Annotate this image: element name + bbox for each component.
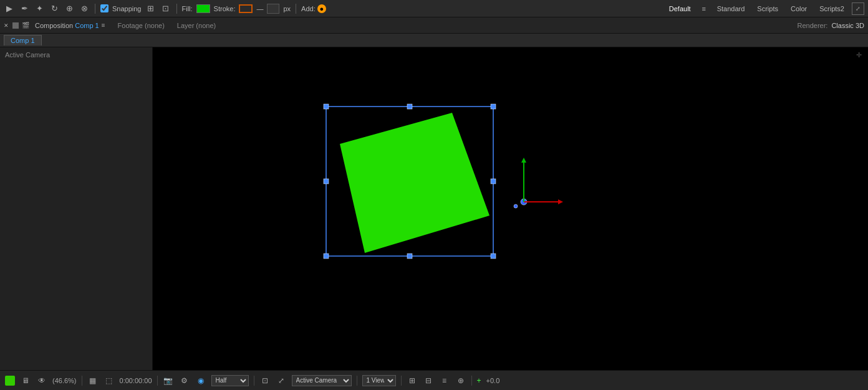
camera-dropdown[interactable]: Active Camera xyxy=(292,375,352,386)
green-shape[interactable] xyxy=(340,113,489,253)
renderer-value[interactable]: Classic 3D xyxy=(831,22,864,29)
bottom-icon-expand[interactable]: ⤢ xyxy=(276,375,287,386)
comp-tab-row: Comp 1 xyxy=(0,34,868,47)
active-camera-label: Active Camera xyxy=(0,47,152,62)
tool-rotate1[interactable]: ↻ xyxy=(49,3,60,14)
bottom-icon-fit[interactable]: ⊡ xyxy=(259,375,271,386)
axis-x-arrow xyxy=(558,199,563,204)
px-label: px xyxy=(283,5,291,12)
comp-menu-icon[interactable]: ≡ xyxy=(102,22,105,29)
tool-rotate2[interactable]: ⊕ xyxy=(64,3,75,14)
bottom-icon-color[interactable]: ◉ xyxy=(195,375,206,386)
sep-b6 xyxy=(471,376,472,386)
bottom-icon-eye[interactable]: 👁 xyxy=(36,375,47,386)
sep-b5 xyxy=(401,376,402,386)
bottom-icon-monitor[interactable]: 🖥 xyxy=(20,375,31,386)
bottom-toolbar: 🖥 👁 (46.6%) ▦ ⬚ 0:00:00:00 📷 ⚙ ◉ Half Fu… xyxy=(0,370,868,390)
nav-tab-standard[interactable]: Standard xyxy=(712,4,750,14)
sep-b4 xyxy=(357,376,357,386)
close-icon[interactable]: ✕ xyxy=(4,22,9,29)
sep-b2 xyxy=(157,376,158,386)
add-button[interactable]: Add: ● xyxy=(301,4,326,13)
bottom-icon-settings[interactable]: ⚙ xyxy=(179,375,190,386)
bottom-icon-grid[interactable]: ▦ xyxy=(87,375,99,386)
stroke-px-input[interactable] xyxy=(267,4,279,14)
nav-tab-scripts[interactable]: Scripts xyxy=(752,4,783,14)
handle-mr[interactable] xyxy=(491,179,496,184)
stroke-swatch[interactable] xyxy=(239,4,253,13)
sep3 xyxy=(296,4,296,14)
view-dropdown[interactable]: 1 View 2 Views 4 Views xyxy=(362,375,396,386)
renderer-label: Renderer: xyxy=(798,22,828,29)
nav-tab-default-menu[interactable]: ≡ xyxy=(698,3,710,14)
bottom-icon-camera-snap[interactable]: 📷 xyxy=(163,375,174,386)
fill-swatch[interactable] xyxy=(196,4,210,13)
stroke-dash: — xyxy=(256,5,263,12)
comp-icons: ✕ 🎬 xyxy=(4,21,30,30)
bottom-icon-grid2[interactable]: ⊞ xyxy=(407,375,418,386)
handle-bm[interactable] xyxy=(407,254,412,259)
comp-icon-camera: 🎬 xyxy=(21,21,30,30)
stroke-label: Stroke: xyxy=(214,5,236,12)
viewport[interactable]: ✛ xyxy=(153,47,868,370)
snapping-checkbox[interactable] xyxy=(100,4,109,12)
left-panel: Active Camera xyxy=(0,47,153,370)
handle-br[interactable] xyxy=(491,254,496,259)
comp-tab[interactable]: Comp 1 xyxy=(4,35,42,45)
tool-pen[interactable]: ✒ xyxy=(19,3,30,14)
handle-bl[interactable] xyxy=(324,254,329,259)
axis-z-dot xyxy=(514,204,518,208)
handle-ml[interactable] xyxy=(324,179,329,184)
composition-label: Composition xyxy=(35,22,73,29)
cursor-indicator: ✛ xyxy=(856,51,862,59)
plus-value: + xyxy=(477,376,481,385)
bottom-icon-square[interactable] xyxy=(5,376,15,386)
add-label: Add: xyxy=(301,5,316,12)
nav-tab-default[interactable]: Default xyxy=(664,4,696,14)
tool-arrow[interactable]: ▶ xyxy=(4,3,15,14)
add-circle-icon: ● xyxy=(317,4,326,13)
snap-icon1[interactable]: ⊞ xyxy=(145,3,157,14)
timecode: 0:00:00:00 xyxy=(120,377,152,384)
viewport-svg xyxy=(153,47,868,370)
bottom-icon-frame[interactable]: ⬚ xyxy=(104,375,115,386)
nav-tab-scripts2[interactable]: Scripts2 xyxy=(814,4,849,14)
sep-b1 xyxy=(82,376,82,386)
snapping-label: Snapping xyxy=(112,5,142,12)
snap-icon2[interactable]: ⊡ xyxy=(160,3,171,14)
bottom-icon-layers[interactable]: ⊕ xyxy=(455,375,466,386)
tool-anchor[interactable]: ⊗ xyxy=(79,3,90,14)
tool-star[interactable]: ✦ xyxy=(34,3,45,14)
nav-tabs: Default ≡ Standard Scripts Color Scripts… xyxy=(664,2,864,15)
handle-tl[interactable] xyxy=(324,104,329,109)
layer-label: Layer (none) xyxy=(177,22,216,29)
sep-b3 xyxy=(254,376,254,386)
bottom-icon-chart[interactable]: ≡ xyxy=(439,375,450,386)
sep2 xyxy=(176,4,177,14)
comp-icon-square xyxy=(12,22,19,29)
handle-tm[interactable] xyxy=(407,104,412,109)
handle-tr[interactable] xyxy=(491,104,496,109)
comp-background xyxy=(153,47,868,370)
fill-label: Fill: xyxy=(182,5,193,12)
zoom-level[interactable]: (46.6%) xyxy=(52,377,77,384)
expand-workspace-icon[interactable]: ⤢ xyxy=(852,2,864,15)
bottom-icon-safe[interactable]: ⊟ xyxy=(423,375,434,386)
main-content: Active Camera xyxy=(0,47,868,370)
axis-y-arrow xyxy=(521,158,526,163)
comp-name: Comp 1 xyxy=(75,22,99,29)
nav-tab-color[interactable]: Color xyxy=(786,4,812,14)
quality-dropdown[interactable]: Half Full Third Quarter xyxy=(211,375,249,386)
top-toolbar: ▶ ✒ ✦ ↻ ⊕ ⊗ Snapping ⊞ ⊡ Fill: Stroke: —… xyxy=(0,0,868,17)
comp-tabs-bar: ✕ 🎬 Composition Comp 1 ≡ Footage (none) … xyxy=(0,17,868,34)
renderer-area: Renderer: Classic 3D xyxy=(798,22,865,29)
plus-number: +0.0 xyxy=(486,377,500,384)
footage-label: Footage (none) xyxy=(118,22,165,29)
sep1 xyxy=(95,4,95,14)
